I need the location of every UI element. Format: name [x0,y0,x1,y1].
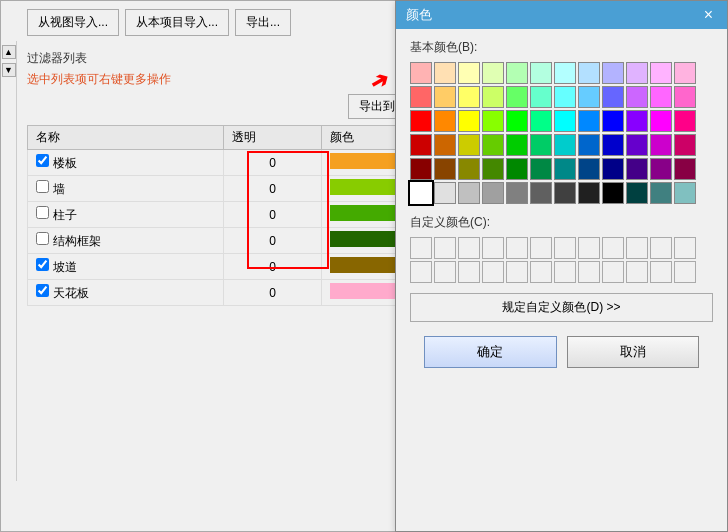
custom-color-box[interactable] [626,237,648,259]
row-checkbox[interactable] [36,180,49,193]
custom-color-box[interactable] [530,237,552,259]
custom-color-box[interactable] [674,237,696,259]
basic-color-box[interactable] [602,158,624,180]
custom-color-box[interactable] [482,261,504,283]
table-row[interactable]: 坡道0 [28,254,409,280]
basic-color-box[interactable] [602,86,624,108]
basic-color-box[interactable] [554,158,576,180]
basic-color-box[interactable] [578,86,600,108]
basic-color-box[interactable] [578,62,600,84]
basic-color-box[interactable] [506,110,528,132]
basic-color-box[interactable] [410,134,432,156]
basic-color-box[interactable] [602,134,624,156]
basic-color-box[interactable] [674,86,696,108]
basic-color-box[interactable] [530,158,552,180]
basic-color-box[interactable] [434,62,456,84]
confirm-btn[interactable]: 确定 [424,336,557,368]
basic-color-box[interactable] [434,182,456,204]
custom-color-box[interactable] [506,261,528,283]
define-custom-colors-btn[interactable]: 规定自定义颜色(D) >> [410,293,713,322]
custom-color-box[interactable] [650,237,672,259]
basic-color-box[interactable] [530,86,552,108]
basic-color-box[interactable] [482,158,504,180]
basic-color-box[interactable] [530,110,552,132]
basic-color-box[interactable] [458,86,480,108]
basic-color-box[interactable] [458,62,480,84]
custom-color-box[interactable] [458,261,480,283]
scroll-up-arrow[interactable]: ▲ [2,45,16,59]
basic-color-box[interactable] [506,86,528,108]
row-checkbox[interactable] [36,258,49,271]
basic-color-box[interactable] [674,134,696,156]
row-checkbox[interactable] [36,206,49,219]
basic-color-box[interactable] [506,134,528,156]
custom-color-box[interactable] [530,261,552,283]
custom-color-box[interactable] [410,237,432,259]
cancel-btn[interactable]: 取消 [567,336,700,368]
basic-color-box[interactable] [482,134,504,156]
basic-color-box[interactable] [650,134,672,156]
import-from-project-btn[interactable]: 从本项目导入... [125,9,229,36]
basic-color-box[interactable] [602,110,624,132]
basic-color-box[interactable] [554,86,576,108]
basic-color-box[interactable] [458,158,480,180]
basic-color-box[interactable] [410,62,432,84]
basic-color-box[interactable] [410,86,432,108]
table-row[interactable]: 楼板0 [28,150,409,176]
basic-color-box[interactable] [674,62,696,84]
basic-color-box[interactable] [482,86,504,108]
custom-color-box[interactable] [458,237,480,259]
basic-color-box[interactable] [626,62,648,84]
custom-color-box[interactable] [578,261,600,283]
table-row[interactable]: 墙0 [28,176,409,202]
row-checkbox[interactable] [36,284,49,297]
basic-color-box[interactable] [554,110,576,132]
basic-color-box[interactable] [458,110,480,132]
custom-color-box[interactable] [482,237,504,259]
basic-color-box[interactable] [578,158,600,180]
basic-color-box[interactable] [482,110,504,132]
custom-color-box[interactable] [434,261,456,283]
basic-color-box[interactable] [578,182,600,204]
basic-color-box[interactable] [674,110,696,132]
basic-color-box[interactable] [554,182,576,204]
custom-color-box[interactable] [434,237,456,259]
basic-color-box[interactable] [410,182,432,204]
custom-color-box[interactable] [650,261,672,283]
basic-color-box[interactable] [434,158,456,180]
basic-color-box[interactable] [434,110,456,132]
custom-color-box[interactable] [674,261,696,283]
basic-color-box[interactable] [434,86,456,108]
basic-color-box[interactable] [506,158,528,180]
custom-color-box[interactable] [410,261,432,283]
export-btn[interactable]: 导出... [235,9,291,36]
basic-color-box[interactable] [578,134,600,156]
basic-color-box[interactable] [650,182,672,204]
table-row[interactable]: 天花板0 [28,280,409,306]
basic-color-box[interactable] [650,158,672,180]
basic-color-box[interactable] [674,182,696,204]
basic-color-box[interactable] [410,158,432,180]
basic-color-box[interactable] [554,134,576,156]
basic-color-box[interactable] [554,62,576,84]
custom-color-box[interactable] [554,237,576,259]
basic-color-box[interactable] [650,62,672,84]
custom-color-box[interactable] [554,261,576,283]
basic-color-box[interactable] [458,134,480,156]
row-checkbox[interactable] [36,154,49,167]
basic-color-box[interactable] [650,86,672,108]
scroll-down-arrow[interactable]: ▼ [2,63,16,77]
basic-color-box[interactable] [482,182,504,204]
import-from-view-btn[interactable]: 从视图导入... [27,9,119,36]
basic-color-box[interactable] [434,134,456,156]
custom-color-box[interactable] [626,261,648,283]
basic-color-box[interactable] [458,182,480,204]
basic-color-box[interactable] [626,134,648,156]
basic-color-box[interactable] [482,62,504,84]
custom-color-box[interactable] [578,237,600,259]
basic-color-box[interactable] [506,62,528,84]
custom-color-box[interactable] [602,237,624,259]
basic-color-box[interactable] [530,182,552,204]
basic-color-box[interactable] [578,110,600,132]
table-row[interactable]: 结构框架0 [28,228,409,254]
